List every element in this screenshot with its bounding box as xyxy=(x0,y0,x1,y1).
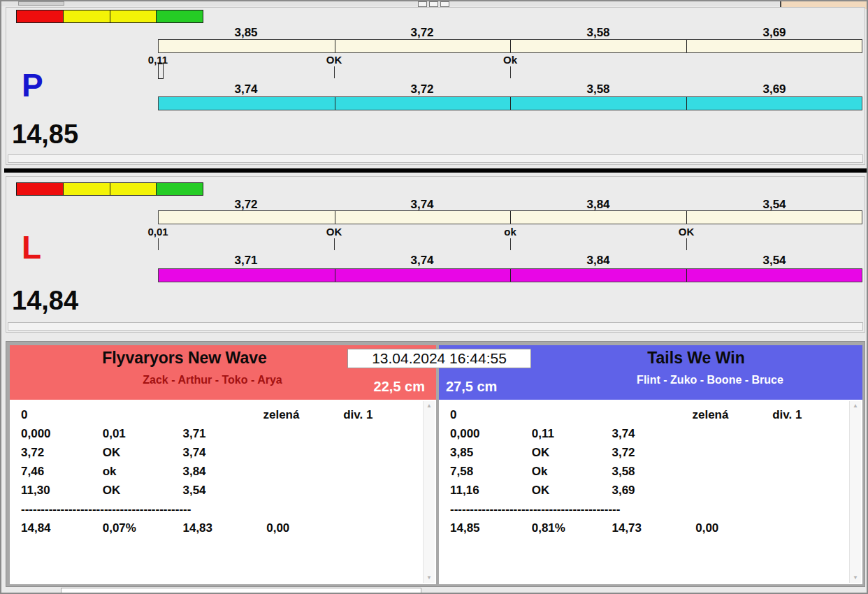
log-cell: 3,58 xyxy=(612,462,635,481)
log-dashes: ----------------------------------------… xyxy=(21,500,191,519)
bar-divider xyxy=(335,40,335,52)
tick-mark xyxy=(686,238,687,250)
bar-divider xyxy=(335,269,335,282)
split-value: 3,74 xyxy=(334,198,510,212)
crossing-marker: ok xyxy=(504,226,516,238)
log-cell: 3,69 xyxy=(612,481,635,500)
lane-letter: P xyxy=(22,69,43,101)
tick-mark xyxy=(510,66,511,78)
split-value: 3,54 xyxy=(686,254,862,268)
split-value: 3,69 xyxy=(686,82,862,96)
traffic-cell-yellow-icon xyxy=(110,10,157,22)
upper-split-values: 3,72 3,74 3,84 3,54 xyxy=(158,198,862,212)
race-timestamp: 13.04.2024 16:44:55 xyxy=(347,349,531,368)
log-cell: 11,30 xyxy=(21,481,99,500)
log-divider-row: ----------------------------------------… xyxy=(21,500,436,519)
team-panel-left: Flyvaryors New Wave Zack - Arthur - Toko… xyxy=(10,345,436,584)
lane-total-time: 14,85 xyxy=(12,121,78,147)
log-cell: OK xyxy=(532,481,609,500)
race-log-right[interactable]: 0 zelená div. 1 0,000 0,11 3,74 3,85 OK … xyxy=(439,400,862,584)
log-status: 0 xyxy=(450,405,528,424)
log-net-time: 14,73 xyxy=(612,519,692,537)
log-total: 14,84 xyxy=(21,519,99,537)
log-cell: 3,71 xyxy=(182,424,205,443)
jump-height-label: 22,5 cm xyxy=(374,379,425,395)
log-summary-row: 14,85 0,81% 14,73 0,00 xyxy=(450,519,862,537)
team-members: Zack - Arthur - Toko - Arya xyxy=(10,374,415,386)
window-button[interactable] xyxy=(429,1,438,7)
scroll-up-icon[interactable]: ▲ xyxy=(850,403,861,410)
crossing-marker: OK xyxy=(679,226,695,238)
bar-divider xyxy=(335,97,335,110)
scroll-up-icon[interactable]: ▲ xyxy=(424,403,435,410)
traffic-cell-red-icon xyxy=(17,183,63,195)
log-division: div. 1 xyxy=(343,405,372,424)
split-value: 3,58 xyxy=(510,26,686,40)
upper-split-bar xyxy=(158,39,862,53)
split-value: 3,72 xyxy=(334,82,510,96)
race-log-left[interactable]: 0 zelená div. 1 0,000 0,01 3,71 3,72 OK … xyxy=(10,400,436,584)
tick-mark xyxy=(158,238,159,250)
bar-divider xyxy=(510,97,511,110)
crossing-marker: OK xyxy=(326,54,342,66)
top-window-fragment xyxy=(1,1,867,6)
lane-track: 3,72 3,74 3,84 3,54 0,01 OK ok OK 3,71 3… xyxy=(158,177,862,332)
log-penalty: 0,00 xyxy=(695,519,718,537)
log-cell: 3,74 xyxy=(182,443,205,462)
log-row: 7,46 ok 3,84 xyxy=(21,462,436,481)
log-percent: 0,81% xyxy=(532,519,609,537)
lane-total-time: 14,84 xyxy=(12,287,78,314)
log-header-row: 0 zelená div. 1 xyxy=(450,405,862,424)
background-window-fragment xyxy=(18,1,64,6)
scrollbar[interactable]: ▲ ▼ xyxy=(423,401,435,583)
bar-divider xyxy=(686,40,687,52)
split-value: 3,85 xyxy=(158,26,334,40)
log-cell: 3,85 xyxy=(450,443,528,462)
split-value: 3,84 xyxy=(510,254,686,268)
bar-divider xyxy=(510,40,511,52)
app-window: 3,85 3,72 3,58 3,69 0,11 OK Ok 3,74 3,72… xyxy=(0,0,868,594)
crossing-marker: OK xyxy=(326,226,342,238)
scroll-down-icon[interactable]: ▼ xyxy=(850,574,861,581)
scrollbar[interactable]: ▲ ▼ xyxy=(849,401,861,583)
tick-mark xyxy=(510,238,511,250)
log-row: 0,000 0,11 3,74 xyxy=(450,424,862,443)
crossing-marker: Ok xyxy=(503,54,517,66)
log-cell: 3,84 xyxy=(182,462,205,481)
scroll-down-icon[interactable]: ▼ xyxy=(424,574,435,581)
team-panel-right: Tails We Win Flint - Zuko - Boone - Bruc… xyxy=(439,345,862,584)
log-row: 3,72 OK 3,74 xyxy=(21,443,436,462)
log-summary-row: 14,84 0,07% 14,83 0,00 xyxy=(21,519,436,537)
split-value: 3,54 xyxy=(686,198,862,212)
traffic-cell-yellow-icon xyxy=(64,183,110,195)
lower-split-bar xyxy=(158,268,862,282)
crossing-marker: 0,01 xyxy=(147,226,168,238)
log-cell: OK xyxy=(103,443,180,462)
log-cell: 3,54 xyxy=(182,481,205,500)
split-value: 3,71 xyxy=(158,254,334,268)
log-cell: 0,000 xyxy=(21,424,99,443)
log-cell: 3,74 xyxy=(612,424,635,443)
lane-panel-l: 3,72 3,74 3,84 3,54 0,01 OK ok OK 3,71 3… xyxy=(6,176,865,333)
log-division: div. 1 xyxy=(772,405,802,424)
lane-footer-field xyxy=(8,154,863,163)
team-members: Flint - Zuko - Boone - Bruce xyxy=(558,374,862,386)
bar-divider xyxy=(510,269,511,282)
lower-split-values: 3,71 3,74 3,84 3,54 xyxy=(158,254,862,268)
window-button[interactable] xyxy=(418,1,427,7)
log-cell: 11,16 xyxy=(450,481,528,500)
lane-divider xyxy=(4,168,867,173)
window-button[interactable] xyxy=(440,1,449,7)
tick-mark xyxy=(334,66,335,78)
log-light-state: zelená xyxy=(263,405,340,424)
team-name: Flyvaryors New Wave xyxy=(10,349,359,368)
log-status: 0 xyxy=(21,405,99,424)
log-cell: 7,58 xyxy=(450,462,528,481)
split-value: 3,69 xyxy=(686,26,862,40)
start-marker-box-icon xyxy=(158,64,164,79)
log-cell: 3,72 xyxy=(612,443,635,462)
lower-split-bar xyxy=(158,96,862,110)
team-name: Tails We Win xyxy=(530,349,862,368)
status-bar-field xyxy=(61,588,421,594)
log-light-state: zelená xyxy=(692,405,769,424)
